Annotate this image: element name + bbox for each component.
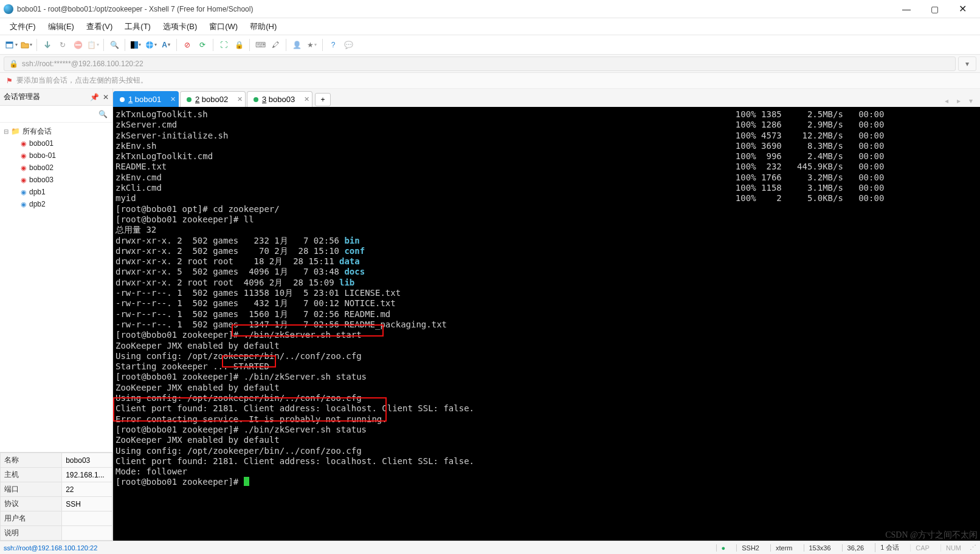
- comment-button[interactable]: 💬: [341, 38, 356, 52]
- property-row: 主机192.168.1...: [1, 468, 112, 482]
- session-item[interactable]: ◉dpb2: [0, 198, 112, 210]
- hint-bar: ⚑ 要添加当前会话，点击左侧的箭头按钮。: [0, 73, 980, 89]
- fullscreen-button[interactable]: ⛶: [216, 38, 231, 52]
- property-value: 192.168.1...: [62, 468, 112, 482]
- session-item[interactable]: ◉bobo01: [0, 137, 112, 149]
- property-row: 名称bobo03: [1, 453, 112, 468]
- tab-menu-button[interactable]: ▾: [965, 95, 976, 107]
- menu-item[interactable]: 查看(V): [80, 19, 119, 35]
- session-item[interactable]: ◉bobo03: [0, 174, 112, 186]
- session-label: bobo02: [29, 163, 53, 172]
- property-row: 端口22: [1, 482, 112, 497]
- new-file-transfer-button[interactable]: [40, 38, 55, 52]
- terminal-output[interactable]: zkTxnLogToolkit.sh 100% 1385 2.5MB/s 00:…: [113, 107, 980, 541]
- menu-item[interactable]: 工具(T): [119, 19, 157, 35]
- tab-label: 2 bobo02: [195, 95, 228, 104]
- refresh-button[interactable]: ⟳: [195, 38, 210, 52]
- menu-item[interactable]: 窗口(W): [203, 19, 244, 35]
- user-button[interactable]: 👤: [289, 38, 304, 52]
- keyboard-button[interactable]: ⌨: [253, 38, 267, 52]
- property-key: 主机: [1, 468, 62, 482]
- bookmark-button[interactable]: ★: [305, 38, 319, 52]
- highlight-box: [232, 324, 384, 337]
- status-bar: ssh://root@192.168.100.120:22 ●SSH2xterm…: [0, 541, 980, 554]
- help-button[interactable]: ?: [326, 38, 340, 52]
- highlight-box: [113, 397, 387, 422]
- tab-close-icon[interactable]: ✕: [304, 95, 309, 103]
- copy-button[interactable]: 📋: [86, 38, 100, 52]
- session-item[interactable]: ◉dpb1: [0, 186, 112, 198]
- property-value: 22: [62, 482, 112, 497]
- minimize-button[interactable]: —: [892, 0, 920, 18]
- session-item[interactable]: ◉bobo-01: [0, 149, 112, 162]
- resize-grip[interactable]: ⋰: [970, 544, 976, 552]
- session-item[interactable]: ◉bobo02: [0, 162, 112, 174]
- property-key: 用户名: [1, 511, 62, 526]
- session-label: dpb2: [29, 200, 46, 208]
- search-button[interactable]: 🔍: [107, 38, 122, 52]
- sidebar-search[interactable]: 🔍: [0, 106, 112, 123]
- tab-next-button[interactable]: ▸: [953, 95, 964, 107]
- address-bar: 🔒 ssh://root:******@192.168.100.120:22 ▾: [0, 55, 980, 73]
- terminal-tab[interactable]: 2 bobo02✕: [180, 91, 246, 107]
- status-segment: 36,26: [842, 544, 869, 552]
- status-path: ssh://root@192.168.100.120:22: [4, 544, 97, 552]
- sidebar-header: 会话管理器 📌 ✕: [0, 89, 112, 106]
- new-tab-button[interactable]: +: [315, 93, 331, 106]
- app-icon: [4, 4, 13, 14]
- menu-item[interactable]: 编辑(E): [42, 19, 80, 35]
- tree-root[interactable]: ⊟ 📁 所有会话: [0, 125, 112, 137]
- flag-icon: ⚑: [6, 77, 13, 85]
- new-session-button[interactable]: [4, 38, 18, 52]
- stop-button[interactable]: ⊘: [180, 38, 195, 52]
- window-title: bobo01 - root@bobo01:/opt/zookeeper - Xs…: [17, 5, 253, 13]
- session-label: bobo-01: [29, 151, 56, 160]
- sidebar-title: 会话管理器: [4, 92, 40, 102]
- connection-indicator: ●: [716, 544, 731, 552]
- status-segment: 153x36: [804, 544, 836, 552]
- property-row: 说明: [1, 526, 112, 541]
- session-icon: ◉: [21, 140, 27, 148]
- session-label: bobo03: [29, 176, 53, 184]
- tab-status-dot: [120, 97, 125, 102]
- reconnect-button[interactable]: ↻: [55, 38, 70, 52]
- property-value: SSH: [62, 497, 112, 511]
- terminal-tab[interactable]: 3 bobo03✕: [247, 91, 312, 107]
- collapse-icon[interactable]: ⊟: [4, 128, 11, 135]
- menu-item[interactable]: 帮助(H): [244, 19, 283, 35]
- session-icon: ◉: [21, 164, 27, 172]
- sidebar-close-icon[interactable]: ✕: [103, 93, 109, 101]
- address-input[interactable]: 🔒 ssh://root:******@192.168.100.120:22: [4, 56, 956, 71]
- tab-close-icon[interactable]: ✕: [170, 95, 176, 103]
- tab-close-icon[interactable]: ✕: [237, 95, 243, 103]
- pin-icon[interactable]: 📌: [90, 93, 99, 101]
- tab-prev-button[interactable]: ◂: [941, 95, 952, 107]
- highlight-button[interactable]: 🖍: [268, 38, 283, 52]
- disconnect-button[interactable]: ⛔: [71, 38, 85, 52]
- lock-button[interactable]: 🔒: [232, 38, 246, 52]
- menu-item[interactable]: 选项卡(B): [157, 19, 203, 35]
- font-button[interactable]: A: [159, 38, 173, 52]
- property-row: 用户名: [1, 511, 112, 526]
- open-session-button[interactable]: [19, 38, 33, 52]
- terminal-cursor: [244, 477, 249, 486]
- menu-item[interactable]: 文件(F): [4, 19, 42, 35]
- address-go-button[interactable]: ▾: [958, 56, 976, 71]
- tab-label: 3 bobo03: [262, 95, 295, 104]
- property-key: 协议: [1, 497, 62, 511]
- property-value: [62, 511, 112, 526]
- toolbar: ↻ ⛔ 📋 🔍 A ⊘ ⟳ ⛶ 🔒 ⌨ 🖍 👤 ★ ? 💬: [0, 35, 980, 55]
- close-button[interactable]: ✕: [948, 0, 976, 18]
- session-icon: ◉: [21, 200, 27, 208]
- globe-button[interactable]: [143, 38, 158, 52]
- property-key: 端口: [1, 482, 62, 497]
- terminal-tab[interactable]: 1 bobo01✕: [113, 91, 179, 107]
- tab-label: 1 bobo01: [128, 95, 161, 104]
- maximize-button[interactable]: ▢: [920, 0, 948, 18]
- tree-root-label: 所有会话: [22, 126, 52, 137]
- color-scheme-button[interactable]: [128, 38, 143, 52]
- lock-icon: 🔒: [9, 60, 18, 68]
- property-value: [62, 526, 112, 541]
- property-key: 名称: [1, 453, 62, 468]
- status-segment: SSH2: [736, 544, 764, 552]
